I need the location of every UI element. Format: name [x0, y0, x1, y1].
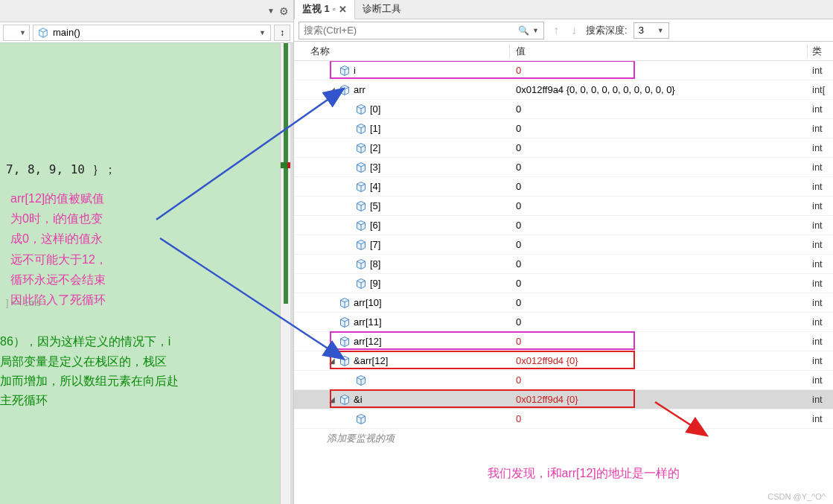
search-icon[interactable]: 🔍	[518, 25, 529, 36]
tabs-row: 监视 1 ▫ ✕ 诊断工具	[294, 0, 833, 19]
watch-row[interactable]: arr[11]0int	[294, 313, 833, 332]
overview-ruler	[280, 43, 293, 504]
var-type: int	[808, 220, 833, 231]
gear-icon[interactable]: ⚙	[279, 5, 289, 17]
function-dropdown[interactable]: main() ▼	[33, 25, 271, 41]
search-row: 🔍 ▼ ↑ ↓ 搜索深度: 3 ▼	[294, 19, 833, 42]
header-name[interactable]: 名称	[294, 45, 510, 58]
var-type: int	[808, 103, 833, 115]
watch-row[interactable]: ◢arr0x012ff9a4 {0, 0, 0, 0, 0, 0, 0, 0, …	[294, 80, 833, 100]
expander-icon[interactable]: ◢	[325, 86, 339, 94]
expander-icon[interactable]: ◢	[325, 357, 339, 365]
cube-icon	[38, 28, 48, 38]
var-name: [4]	[370, 181, 380, 192]
var-type: int	[808, 297, 833, 308]
var-value: 0	[510, 297, 808, 308]
watch-row[interactable]: 0int	[294, 409, 833, 429]
scope-dropdown-row: ▼ main() ▼ ↕	[0, 22, 293, 43]
var-value: 0x012ff9d4 {0}	[510, 394, 808, 405]
var-value: 0	[510, 65, 808, 76]
watch-row[interactable]: [7]0int	[294, 235, 833, 255]
watch-row[interactable]: [2]0int	[294, 138, 833, 158]
watch-row[interactable]: [5]0int	[294, 197, 833, 216]
watch-row[interactable]: [6]0int	[294, 216, 833, 235]
var-name: [8]	[370, 258, 380, 269]
var-value: 0	[510, 220, 808, 231]
var-name: [5]	[370, 200, 380, 211]
var-name: &arr[12]	[354, 355, 388, 366]
var-value: 0	[510, 336, 808, 347]
cube-icon	[339, 394, 351, 406]
watch-panel: 监视 1 ▫ ✕ 诊断工具 🔍 ▼ ↑ ↓ 搜索深度: 3 ▼ 名称 值 类 i…	[294, 0, 833, 504]
watermark: CSDN @Y_^O^	[767, 492, 826, 501]
var-value: 0	[510, 374, 808, 386]
close-icon[interactable]: ✕	[339, 4, 347, 15]
annotation-green: 86），因为这样定义的情况下，i 局部变量是定义在栈区的，栈区 加而增加，所以数…	[0, 332, 293, 411]
cube-icon	[355, 220, 367, 232]
watch-row[interactable]: [1]0int	[294, 119, 833, 138]
depth-value: 3	[639, 25, 644, 36]
var-type: int	[808, 258, 833, 269]
watch-row[interactable]: [8]0int	[294, 255, 833, 274]
cube-icon	[355, 374, 367, 386]
editor-panel: ▼ ⚙ ▼ main() ▼ ↕ 7, 8, 9, 10 ｝； arr[12]的…	[0, 0, 294, 504]
var-value: 0	[510, 278, 808, 289]
var-type: int	[808, 278, 833, 289]
scope-small-dropdown[interactable]: ▼	[3, 25, 30, 41]
var-name: &i	[354, 394, 363, 405]
timing-hint: ] <= 1ms	[0, 296, 47, 310]
var-type: int	[808, 374, 833, 386]
var-type: int	[808, 65, 833, 76]
cube-icon	[355, 181, 367, 193]
watch-row[interactable]: ◢&i0x012ff9d4 {0}int	[294, 390, 833, 409]
var-value: 0	[510, 316, 808, 328]
cube-icon	[339, 65, 351, 77]
search-box[interactable]: 🔍 ▼	[299, 22, 544, 39]
watch-row[interactable]: arr[10]0int	[294, 293, 833, 313]
cube-icon	[355, 258, 367, 270]
split-button[interactable]: ↕	[274, 25, 290, 41]
var-name: [9]	[370, 278, 380, 289]
var-name: arr[12]	[354, 336, 382, 347]
cube-icon	[355, 142, 367, 154]
tab-diagnostics[interactable]: 诊断工具	[355, 0, 409, 19]
var-type: int	[808, 336, 833, 347]
header-value[interactable]: 值	[510, 45, 808, 58]
tab-label: 监视 1	[302, 2, 330, 16]
var-type: int	[808, 413, 833, 424]
watch-row[interactable]: 0int	[294, 371, 833, 390]
column-headers: 名称 值 类	[294, 42, 833, 61]
watch-row[interactable]: ◢&arr[12]0x012ff9d4 {0}int	[294, 351, 833, 371]
search-prev[interactable]: ↑	[550, 24, 562, 37]
var-type: int	[808, 123, 833, 134]
watch-row[interactable]: i0int	[294, 61, 833, 80]
header-type[interactable]: 类	[808, 45, 833, 58]
add-watch-item[interactable]: 添加要监视的项	[294, 429, 833, 448]
code-line: 7, 8, 9, 10 ｝；	[0, 161, 293, 179]
var-value: 0	[510, 181, 808, 192]
cube-icon	[339, 355, 351, 367]
var-name: arr	[354, 84, 366, 95]
var-type: int	[808, 142, 833, 153]
watch-row[interactable]: [9]0int	[294, 274, 833, 293]
depth-dropdown[interactable]: 3 ▼	[633, 22, 669, 39]
search-input[interactable]	[304, 25, 518, 36]
chevron-down-icon[interactable]: ▼	[532, 27, 539, 34]
watch-row[interactable]: [4]0int	[294, 177, 833, 197]
var-value: 0	[510, 239, 808, 250]
search-next[interactable]: ↓	[568, 24, 580, 37]
dropdown-icon[interactable]: ▼	[267, 7, 275, 15]
expander-icon[interactable]: ◢	[325, 395, 339, 403]
tab-watch1[interactable]: 监视 1 ▫ ✕	[294, 0, 355, 19]
var-name: arr[10]	[354, 297, 382, 308]
annotation-bottom: 我们发现，i和arr[12]的地址是一样的	[488, 466, 680, 482]
tab-label: 诊断工具	[363, 2, 401, 16]
watch-row[interactable]: [3]0int	[294, 158, 833, 177]
var-value: 0	[510, 162, 808, 173]
watch-row[interactable]: [0]0int	[294, 100, 833, 119]
var-value: 0x012ff9d4 {0}	[510, 355, 808, 366]
var-name: [2]	[370, 142, 380, 153]
watch-row[interactable]: arr[12]0int	[294, 332, 833, 351]
var-name: [0]	[370, 103, 380, 115]
pin-icon[interactable]: ▫	[333, 4, 336, 13]
